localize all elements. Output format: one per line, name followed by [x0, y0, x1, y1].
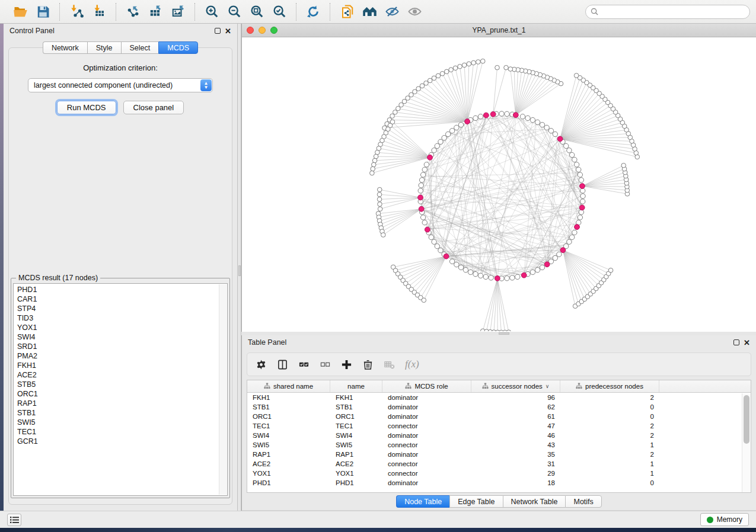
- add-column-icon[interactable]: [341, 359, 352, 370]
- tab-select[interactable]: Select: [121, 41, 159, 54]
- table-row[interactable]: ORC1ORC1dominator610: [247, 412, 751, 421]
- control-panel-tabs: Network Style Select MCDS: [4, 41, 237, 54]
- node-table: shared name name MCDS role successor nod…: [247, 380, 751, 493]
- table-row[interactable]: SWI4SWI4dominator462: [247, 431, 751, 440]
- table-cell: FKH1: [247, 394, 330, 401]
- tab-network[interactable]: Network: [43, 41, 87, 54]
- vertical-splitter[interactable]: [237, 24, 241, 511]
- close-panel-icon[interactable]: ✕: [225, 27, 231, 35]
- tab-motifs[interactable]: Motifs: [565, 495, 601, 508]
- table-cell: YOX1: [247, 470, 330, 477]
- table-row[interactable]: RAP1RAP1dominator352: [247, 450, 751, 459]
- apply-layout-icon[interactable]: [304, 3, 323, 21]
- toggle-columns-icon[interactable]: [277, 359, 288, 370]
- tab-edge-table[interactable]: Edge Table: [449, 495, 502, 508]
- mcds-result-node[interactable]: SWI5: [17, 418, 227, 427]
- mcds-result-node[interactable]: SRD1: [17, 342, 227, 351]
- column-header-successor-nodes[interactable]: successor nodes ∨: [471, 380, 560, 392]
- select-all-icon[interactable]: [298, 359, 310, 370]
- table-settings-icon[interactable]: [256, 359, 267, 370]
- column-header-shared-name[interactable]: shared name: [247, 380, 330, 392]
- column-label: shared name: [273, 383, 313, 390]
- table-cell: 96: [471, 394, 560, 401]
- select-stepper-icon: ▲▼: [200, 79, 212, 91]
- mcds-result-node[interactable]: ACE2: [17, 370, 227, 380]
- delete-table-icon[interactable]: [384, 359, 395, 370]
- splitter-grip[interactable]: [238, 265, 241, 276]
- save-session-icon[interactable]: [33, 3, 52, 21]
- tab-node-table[interactable]: Node Table: [396, 495, 449, 508]
- table-row[interactable]: ACE2ACE2connector311: [247, 459, 751, 469]
- optimization-criterion-select[interactable]: largest connected component (undirected)…: [28, 78, 213, 92]
- duplicate-network-icon[interactable]: [337, 3, 356, 21]
- run-mcds-button[interactable]: Run MCDS: [57, 101, 116, 114]
- mcds-result-node[interactable]: PMA2: [17, 351, 227, 361]
- mcds-result-node[interactable]: YOX1: [17, 323, 227, 332]
- import-network-icon[interactable]: [67, 3, 86, 21]
- zoom-in-icon[interactable]: [202, 3, 221, 21]
- column-header-name[interactable]: name: [330, 380, 382, 392]
- show-all-icon[interactable]: [405, 3, 424, 21]
- export-image-icon[interactable]: [168, 3, 187, 21]
- mcds-result-node[interactable]: TEC1: [17, 427, 227, 437]
- float-panel-icon[interactable]: [215, 28, 221, 34]
- table-cell: STB1: [247, 403, 330, 411]
- table-row[interactable]: STB1STB1dominator620: [247, 402, 751, 412]
- task-history-button[interactable]: [7, 514, 21, 526]
- tab-style[interactable]: Style: [87, 41, 121, 54]
- export-network-icon[interactable]: [123, 3, 142, 21]
- deselect-all-icon[interactable]: [320, 359, 331, 370]
- horizontal-splitter[interactable]: [241, 332, 756, 335]
- tab-mcds[interactable]: MCDS: [158, 41, 198, 54]
- table-row[interactable]: TEC1TEC1connector472: [247, 421, 751, 431]
- column-header-mcds-role[interactable]: MCDS role: [382, 380, 471, 392]
- network-graph[interactable]: [242, 37, 755, 331]
- table-cell: dominator: [382, 413, 471, 420]
- export-table-icon[interactable]: [146, 3, 165, 21]
- zoom-out-icon[interactable]: [225, 3, 244, 21]
- delete-column-icon[interactable]: [362, 359, 374, 370]
- network-titlebar[interactable]: YPA_prune.txt_1: [242, 24, 756, 37]
- search-input[interactable]: [601, 8, 745, 16]
- close-panel-icon[interactable]: ✕: [744, 339, 750, 347]
- close-panel-button[interactable]: Close panel: [123, 101, 184, 114]
- column-header-predecessor-nodes[interactable]: predecessor nodes: [560, 380, 659, 392]
- table-row[interactable]: FKH1FKH1dominator962: [247, 393, 751, 402]
- table-cell: STB1: [330, 403, 382, 411]
- mcds-result-node[interactable]: STB5: [17, 380, 227, 389]
- result-list-scrollbar[interactable]: [219, 284, 227, 495]
- mcds-result-node[interactable]: SWI4: [17, 332, 227, 342]
- splitter-grip[interactable]: [499, 332, 509, 335]
- network-canvas[interactable]: [242, 37, 756, 332]
- network-search[interactable]: [585, 5, 750, 19]
- mcds-result-node[interactable]: PHD1: [17, 285, 227, 294]
- open-file-icon[interactable]: [11, 3, 30, 21]
- zoom-fit-icon[interactable]: [247, 3, 266, 21]
- scrollbar-thumb[interactable]: [744, 395, 749, 444]
- mcds-result-node[interactable]: CAR1: [17, 294, 227, 304]
- hide-selected-icon[interactable]: [382, 3, 401, 21]
- memory-button[interactable]: Memory: [700, 513, 749, 526]
- table-cell: 1: [560, 441, 659, 448]
- table-row[interactable]: PHD1PHD1dominator180: [247, 478, 751, 488]
- first-neighbors-icon[interactable]: [360, 3, 379, 21]
- function-builder-icon[interactable]: f(x): [405, 358, 419, 370]
- float-panel-icon[interactable]: [733, 339, 739, 345]
- mcds-result-node[interactable]: ORC1: [17, 389, 227, 399]
- table-row[interactable]: SWI5SWI5connector431: [247, 440, 751, 450]
- mcds-result-node[interactable]: TID3: [17, 313, 227, 323]
- tab-network-table[interactable]: Network Table: [503, 495, 566, 508]
- table-scrollbar[interactable]: [742, 393, 751, 492]
- table-cell: ACE2: [330, 460, 382, 467]
- import-table-icon[interactable]: [90, 3, 109, 21]
- mcds-result-node[interactable]: STP4: [17, 304, 227, 313]
- table-cell: SWI4: [330, 432, 382, 439]
- mcds-result-node[interactable]: STB1: [17, 408, 227, 418]
- mcds-result-node[interactable]: RAP1: [17, 399, 227, 408]
- mcds-result-node[interactable]: FKH1: [17, 361, 227, 370]
- zoom-selected-icon[interactable]: [270, 3, 289, 21]
- main-toolbar: [0, 0, 756, 24]
- mcds-result-node[interactable]: GCR1: [17, 437, 227, 446]
- mcds-result-list[interactable]: PHD1CAR1STP4TID3YOX1SWI4SRD1PMA2FKH1ACE2…: [13, 283, 228, 496]
- table-row[interactable]: YOX1YOX1connector291: [247, 469, 751, 478]
